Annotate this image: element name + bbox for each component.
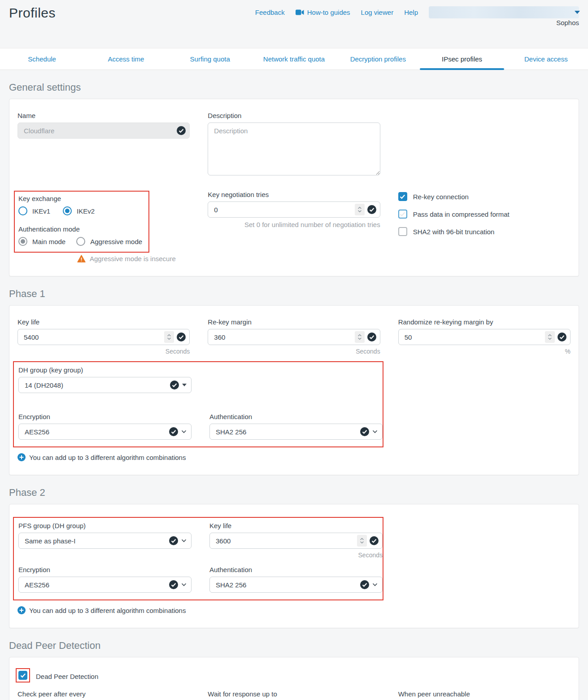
chevron-down-icon: [372, 430, 378, 433]
phase2-heading: Phase 2: [9, 487, 579, 499]
radio-checked-icon: [18, 237, 27, 246]
valid-check-icon: [170, 381, 179, 389]
dh-group-select[interactable]: 14 (DH2048): [18, 377, 192, 393]
phase1-rekey-margin-label: Re-key margin: [208, 318, 380, 326]
help-link[interactable]: Help: [404, 9, 418, 16]
valid-check-icon: [367, 332, 376, 341]
valid-check-icon: [367, 205, 376, 214]
peer-unreachable-label: When peer unreachable: [398, 690, 571, 698]
phase2-encryption-select[interactable]: AES256: [18, 577, 192, 593]
phase2-annotation-box: PFS group (DH group) Same as phase-I Key…: [13, 517, 383, 600]
radio-icon: [18, 206, 27, 215]
wait-response-label: Wait for response up to: [208, 690, 380, 698]
dpd-heading: Dead Peer Detection: [9, 640, 579, 652]
valid-check-icon: [169, 427, 178, 436]
page-header: Profiles Feedback How-to guides Log view…: [0, 0, 588, 48]
phase1-encryption-select[interactable]: AES256: [18, 424, 192, 440]
check-peer-label: Check peer after every: [17, 690, 190, 698]
description-textarea[interactable]: [208, 122, 380, 175]
valid-check-icon: [360, 580, 369, 589]
number-stepper[interactable]: [164, 331, 174, 343]
tab-device-access[interactable]: Device access: [504, 48, 588, 70]
header-links: Feedback How-to guides Log viewer Help: [255, 6, 579, 18]
name-label: Name: [17, 112, 190, 119]
description-label: Description: [208, 112, 380, 119]
rekey-connection-checkbox[interactable]: Re-key connection: [398, 192, 571, 201]
key-negotiation-help: Set 0 for unlimited number of negotiatio…: [208, 221, 380, 228]
phase2-authentication-label: Authentication: [209, 566, 383, 573]
log-viewer-link[interactable]: Log viewer: [361, 9, 394, 16]
phase1-randomize-label: Randomize re-keying margin by: [398, 318, 571, 326]
radio-ikev2[interactable]: IKEv2: [63, 206, 95, 215]
unit-label: %: [398, 348, 571, 355]
video-camera-icon: [296, 9, 304, 15]
radio-icon: [76, 237, 85, 246]
key-exchange-label: Key exchange: [18, 195, 142, 202]
unit-label: Seconds: [209, 551, 383, 559]
warning-triangle-icon: [77, 255, 86, 262]
tab-ipsec-profiles[interactable]: IPsec profiles: [420, 48, 504, 70]
tab-access-time[interactable]: Access time: [84, 48, 168, 70]
radio-checked-icon: [63, 206, 72, 215]
number-stepper[interactable]: [545, 331, 555, 343]
radio-ikev1[interactable]: IKEv1: [18, 206, 50, 215]
phase1-card: Key life Seconds Re-key margin: [9, 305, 579, 475]
phase1-add-combination[interactable]: You can add up to 3 different algorithm …: [17, 453, 571, 461]
dpd-card: Dead Peer Detection Check peer after eve…: [9, 657, 579, 700]
brand-label: Sophos: [556, 19, 579, 26]
number-stepper[interactable]: [355, 204, 365, 215]
checkbox-icon: [398, 210, 407, 219]
radio-main-mode[interactable]: Main mode: [18, 237, 65, 246]
auth-mode-label: Authentication mode: [18, 225, 142, 233]
valid-check-icon: [370, 536, 379, 545]
checkbox-icon: [398, 227, 407, 236]
aggressive-mode-warning: Aggressive mode is insecure: [77, 255, 190, 262]
dpd-enable-label: Dead Peer Detection: [36, 673, 98, 680]
phase1-key-life-label: Key life: [17, 318, 190, 326]
dpd-checkbox-annotation-box: [16, 668, 30, 682]
pfs-group-select[interactable]: Same as phase-I: [18, 533, 192, 549]
chevron-down-icon: [372, 583, 378, 586]
key-negotiation-label: Key negotiation tries: [208, 191, 380, 198]
chevron-down-icon: [181, 583, 187, 586]
plus-circle-icon: [17, 453, 26, 461]
name-input[interactable]: [17, 122, 190, 139]
key-exchange-annotation-box: Key exchange IKEv1 IKEv2 Authentication …: [14, 191, 149, 253]
sha2-truncation-checkbox[interactable]: SHA2 with 96-bit truncation: [398, 227, 571, 236]
radio-aggressive-mode[interactable]: Aggressive mode: [76, 237, 142, 246]
chevron-down-icon: [575, 11, 580, 14]
tab-surfing-quota[interactable]: Surfing quota: [168, 48, 252, 70]
phase2-authentication-select[interactable]: SHA2 256: [209, 577, 383, 593]
number-stepper[interactable]: [355, 331, 365, 343]
phase2-add-combination[interactable]: You can add up to 3 different algorithm …: [17, 606, 571, 614]
number-stepper[interactable]: [357, 535, 367, 547]
tab-schedule[interactable]: Schedule: [0, 48, 84, 70]
checkbox-checked-icon: [398, 192, 407, 201]
tab-decryption-profiles[interactable]: Decryption profiles: [336, 48, 420, 70]
phase1-encryption-label: Encryption: [18, 413, 192, 420]
pfs-group-label: PFS group (DH group): [18, 522, 192, 529]
phase1-annotation-box: DH group (key group) 14 (DH2048) Encrypt…: [13, 361, 383, 447]
howto-guides-link[interactable]: How-to guides: [296, 9, 350, 16]
unit-label: Seconds: [17, 348, 190, 355]
phase1-heading: Phase 1: [9, 288, 579, 300]
tab-bar: Schedule Access time Surfing quota Netwo…: [0, 48, 588, 70]
valid-check-icon: [177, 126, 186, 135]
phase2-key-life-label: Key life: [209, 522, 383, 529]
compressed-format-checkbox[interactable]: Pass data in compressed format: [398, 210, 571, 219]
tab-network-traffic-quota[interactable]: Network traffic quota: [252, 48, 336, 70]
dh-group-label: DH group (key group): [18, 366, 192, 374]
plus-circle-icon: [17, 606, 26, 614]
phase2-encryption-label: Encryption: [18, 566, 192, 573]
chevron-down-icon: [181, 430, 187, 433]
account-dropdown[interactable]: [429, 6, 579, 18]
phase1-authentication-select[interactable]: SHA2 256: [209, 424, 383, 440]
phase2-card: PFS group (DH group) Same as phase-I Key…: [9, 504, 579, 628]
dpd-enable-checkbox[interactable]: [18, 671, 27, 680]
feedback-link[interactable]: Feedback: [255, 9, 285, 16]
general-settings-card: Name Description Key exchange: [9, 99, 579, 276]
chevron-down-icon: [181, 539, 187, 542]
valid-check-icon: [169, 580, 178, 589]
valid-check-icon: [169, 536, 178, 545]
phase1-authentication-label: Authentication: [209, 413, 383, 420]
